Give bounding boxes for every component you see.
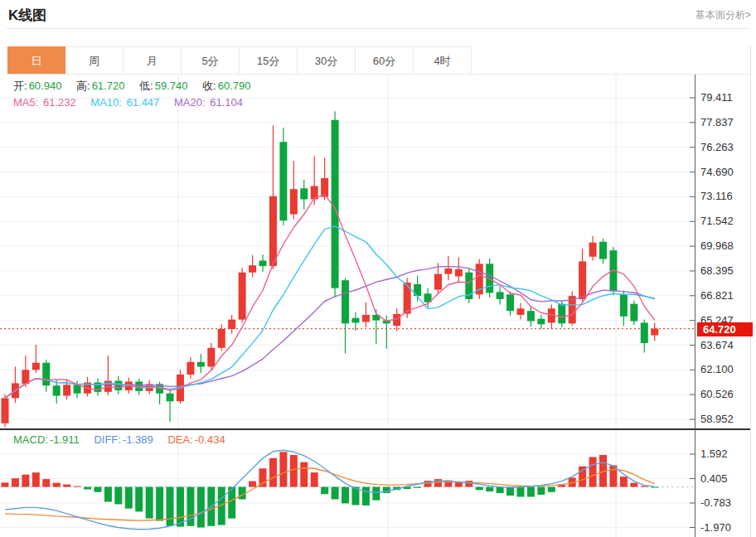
ma5-info: MA5: 61.232	[13, 96, 76, 109]
macd-value-info: MACD:-1.911	[13, 433, 80, 446]
panel-divider	[0, 428, 750, 430]
ma20-info: MA20: 61.104	[174, 96, 243, 109]
high-value: 61.720	[92, 80, 125, 92]
diff-value: -1.389	[123, 433, 153, 446]
open-label: 开:	[13, 80, 27, 92]
tab-4hour[interactable]: 4时	[414, 46, 472, 74]
high-label: 高:	[76, 80, 90, 92]
diff-label: DIFF:	[94, 433, 121, 446]
ma20-value: 61.104	[210, 96, 243, 109]
ohlc-open: 开:60.940	[13, 80, 61, 92]
ohlc-info: 开:60.940 高:61.720 低:59.740 收:60.790	[13, 79, 262, 94]
close-value: 60.790	[218, 80, 251, 92]
price-axis-label: 76.263	[700, 142, 734, 153]
tab-30min[interactable]: 30分	[298, 46, 356, 74]
price-axis-label: 60.526	[700, 389, 734, 400]
macd-indicator-info: MACD:-1.911 DIFF:-1.389 DEA:-0.434	[13, 433, 237, 446]
ma10-label: MA10:	[90, 96, 122, 109]
tab-15min[interactable]: 15分	[240, 46, 298, 74]
price-axis-label: 79.411	[700, 92, 733, 104]
ma5-label: MA5:	[13, 96, 38, 109]
open-value: 60.940	[29, 80, 62, 92]
ma5-value: 61.232	[43, 96, 76, 109]
ma10-value: 61.447	[127, 96, 160, 109]
macd-axis-label: 1.592	[700, 448, 728, 460]
macd-axis-label: -1.970	[700, 522, 731, 534]
tab-5min[interactable]: 5分	[182, 46, 240, 74]
ohlc-close: 收:60.790	[202, 80, 250, 92]
ohlc-low: 低:59.740	[139, 80, 187, 92]
dea-value: -0.434	[195, 433, 225, 446]
price-axis-label: 71.542	[700, 215, 734, 227]
price-axis-label: 69.968	[700, 240, 734, 252]
ma20-label: MA20:	[174, 96, 206, 109]
interval-tabs: 日周月5分15分30分60分4时	[7, 46, 472, 74]
macd-value: -1.911	[50, 433, 80, 446]
price-axis-label: 68.395	[700, 265, 734, 277]
price-axis-label: 77.837	[700, 117, 734, 128]
price-axis-label: 73.116	[700, 191, 733, 202]
tab-day[interactable]: 日	[7, 46, 65, 74]
ma-info: MA5: 61.232 MA10: 61.447 MA20: 61.104	[13, 96, 254, 109]
ohlc-high: 高:61.720	[76, 80, 124, 92]
tab-60min[interactable]: 60分	[356, 46, 414, 74]
tab-month[interactable]: 月	[124, 46, 182, 74]
price-axis-label: 63.674	[700, 340, 734, 351]
macd-axis-label: 0.405	[700, 473, 728, 485]
current-price-badge: 64.720	[697, 322, 753, 336]
price-axis-label: 74.690	[700, 167, 734, 178]
price-axis-label: 58.952	[700, 414, 734, 425]
macd-axis-label: -0.783	[700, 497, 731, 509]
low-label: 低:	[139, 80, 153, 92]
kline-page: { "header": { "title": "K线图", "link": "基…	[0, 0, 756, 537]
close-label: 收:	[202, 80, 216, 92]
dea-label: DEA:	[167, 433, 192, 446]
price-axis-label: 66.821	[700, 290, 734, 302]
price-axis-label: 62.100	[700, 364, 734, 375]
tab-week[interactable]: 周	[65, 46, 124, 74]
ma10-info: MA10: 61.447	[90, 96, 159, 109]
low-value: 59.740	[155, 80, 188, 92]
dea-value-info: DEA:-0.434	[167, 433, 225, 446]
macd-label: MACD:	[13, 433, 48, 446]
diff-value-info: DIFF:-1.389	[94, 433, 153, 446]
